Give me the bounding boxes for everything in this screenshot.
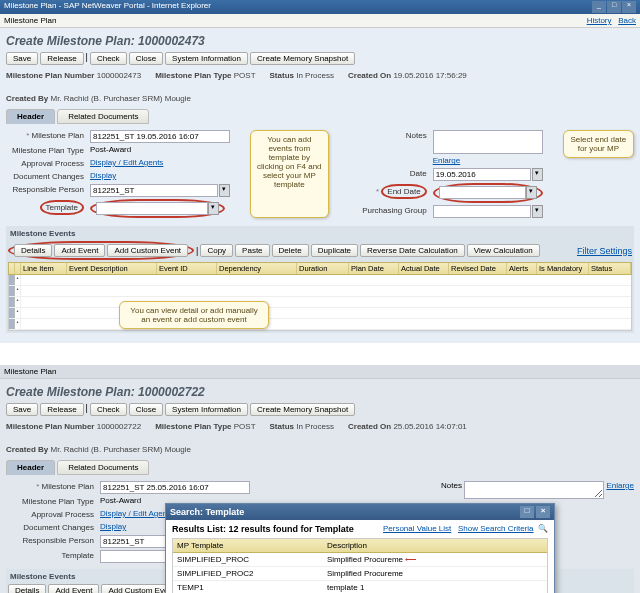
notes-textarea[interactable] <box>433 130 543 154</box>
copy-button[interactable]: Copy <box>200 244 233 257</box>
status-label: Status <box>270 71 294 80</box>
table-row[interactable]: • <box>9 319 631 330</box>
memory-snapshot-button[interactable]: Create Memory Snapshot <box>250 52 355 65</box>
maximize-icon[interactable]: □ <box>607 1 621 13</box>
template-search-dialog: Search: Template □ × Results List: 12 re… <box>165 503 555 593</box>
dialog-maximize-icon[interactable]: □ <box>520 506 534 518</box>
col-mp-template[interactable]: MP Template <box>173 539 323 552</box>
memory-snapshot-button[interactable]: Create Memory Snapshot <box>250 403 355 416</box>
add-custom-event-button[interactable]: Add Custom Event <box>107 244 188 257</box>
details-button[interactable]: Details <box>8 584 46 593</box>
type-field-label: Milestone Plan Type <box>6 496 96 507</box>
approval-link[interactable]: Display / Edit Agents <box>90 158 163 167</box>
release-button[interactable]: Release <box>40 403 83 416</box>
callout-events: You can view detail or add manually an e… <box>119 301 269 329</box>
table-row[interactable]: • <box>9 308 631 319</box>
pgrp-f4-icon[interactable]: ▾ <box>532 205 543 218</box>
header-info: Milestone Plan Number 1000002473 Milesto… <box>6 69 634 109</box>
dialog-close-icon[interactable]: × <box>536 506 550 518</box>
screenshot-2: Milestone Plan Create Milestone Plan: 10… <box>0 365 640 593</box>
enddate-input[interactable] <box>439 186 526 199</box>
filter-settings-link[interactable]: Filter Settings <box>577 246 632 256</box>
personal-value-list-link[interactable]: Personal Value List <box>383 524 451 533</box>
portal-breadcrumb-2: Milestone Plan <box>0 365 640 379</box>
template-input[interactable] <box>96 202 208 215</box>
notes-label: Notes <box>357 130 429 154</box>
docchanges-link[interactable]: Display <box>100 522 126 531</box>
docchanges-link[interactable]: Display <box>90 171 116 180</box>
enddate-picker-icon[interactable]: ▾ <box>526 186 537 199</box>
action-toolbar: Save Release | Check Close System Inform… <box>6 52 634 65</box>
tab-related-documents[interactable]: Related Documents <box>57 460 149 475</box>
created-on-label: Created On <box>348 71 391 80</box>
action-toolbar-2: Save Release | Check Close System Inform… <box>6 403 634 416</box>
result-description: template 1 <box>323 581 547 593</box>
page-title: Create Milestone Plan: 1000002473 <box>6 34 634 48</box>
col-revised-date: Revised Date <box>449 263 507 274</box>
col-duration: Duration <box>297 263 349 274</box>
save-button[interactable]: Save <box>6 52 38 65</box>
form-right: Notes Enlarge Date ▾ End Date ▾ Pur <box>357 130 543 218</box>
paste-button[interactable]: Paste <box>235 244 269 257</box>
mp-field-input[interactable] <box>90 130 230 143</box>
docchanges-label: Document Changes <box>6 171 86 182</box>
events-table-header: Line Item Event Description Event ID Dep… <box>8 262 632 275</box>
result-template-name: TEMP1 <box>173 581 323 593</box>
back-link[interactable]: Back <box>618 16 636 25</box>
created-by-value: Mr. Rachid (B. Purchaser SRM) Mougie <box>50 94 191 103</box>
dialog-result-row[interactable]: TEMP1template 1 <box>173 581 547 593</box>
col-alerts: Alerts <box>507 263 537 274</box>
col-event-desc: Event Description <box>67 263 157 274</box>
dialog-result-row[interactable]: SIMPLIFIED_PROC2Simplified Procureme <box>173 567 547 581</box>
dialog-titlebar[interactable]: Search: Template □ × <box>166 504 554 520</box>
tab-related-documents[interactable]: Related Documents <box>57 109 149 124</box>
sysinfo-button[interactable]: System Information <box>165 403 248 416</box>
dialog-result-row[interactable]: SIMPLIFIED_PROCSimplified Procureme ⟵ <box>173 553 547 567</box>
callout-enddate: Select end date for your MP <box>563 130 634 158</box>
release-button[interactable]: Release <box>40 52 83 65</box>
screenshot-1: Milestone Plan - SAP NetWeaver Portal - … <box>0 0 640 343</box>
date-input[interactable] <box>433 168 531 181</box>
table-row[interactable]: • <box>9 286 631 297</box>
template-f4-icon[interactable]: ▾ <box>208 202 219 215</box>
table-row[interactable]: • <box>9 297 631 308</box>
responsible-input[interactable] <box>90 184 218 197</box>
view-calc-button[interactable]: View Calculation <box>467 244 540 257</box>
minimize-icon[interactable]: _ <box>592 1 606 13</box>
status-value: In Process <box>296 71 334 80</box>
callout-template: You can add events from template by clic… <box>250 130 329 218</box>
mp-field-input[interactable] <box>100 481 250 494</box>
history-link[interactable]: History <box>587 16 612 25</box>
table-row[interactable]: • <box>9 275 631 286</box>
sysinfo-button[interactable]: System Information <box>165 52 248 65</box>
show-search-criteria-link[interactable]: Show Search Criteria <box>458 524 534 533</box>
enlarge-link-2[interactable]: Enlarge <box>606 481 634 490</box>
check-button[interactable]: Check <box>90 52 127 65</box>
add-event-button[interactable]: Add Event <box>48 584 99 593</box>
tab-header[interactable]: Header <box>6 460 55 475</box>
approval-link[interactable]: Display / Edit Agents <box>100 509 173 518</box>
pgrp-input[interactable] <box>433 205 531 218</box>
tab-header[interactable]: Header <box>6 109 55 124</box>
details-button[interactable]: Details <box>14 244 52 257</box>
date-picker-icon[interactable]: ▾ <box>532 168 543 181</box>
close-icon[interactable]: × <box>622 1 636 13</box>
window-titlebar: Milestone Plan - SAP NetWeaver Portal - … <box>0 0 640 14</box>
close-button[interactable]: Close <box>129 403 163 416</box>
notes-textarea-2[interactable] <box>464 481 604 499</box>
selection-arrow-icon: ⟵ <box>403 555 416 564</box>
delete-button[interactable]: Delete <box>272 244 309 257</box>
check-button[interactable]: Check <box>90 403 127 416</box>
template-label: Template <box>6 550 96 563</box>
created-on-label: Created On <box>348 422 391 431</box>
col-description[interactable]: Description <box>323 539 547 552</box>
close-button[interactable]: Close <box>129 52 163 65</box>
responsible-f4-icon[interactable]: ▾ <box>219 184 230 197</box>
reverse-date-calc-button[interactable]: Reverse Date Calculation <box>360 244 465 257</box>
add-event-button[interactable]: Add Event <box>54 244 105 257</box>
search-icon[interactable]: 🔍 <box>538 524 548 533</box>
duplicate-button[interactable]: Duplicate <box>311 244 358 257</box>
enlarge-link[interactable]: Enlarge <box>433 156 461 165</box>
save-button[interactable]: Save <box>6 403 38 416</box>
events-toolbar: Details Add Event Add Custom Event | Cop… <box>8 239 632 262</box>
